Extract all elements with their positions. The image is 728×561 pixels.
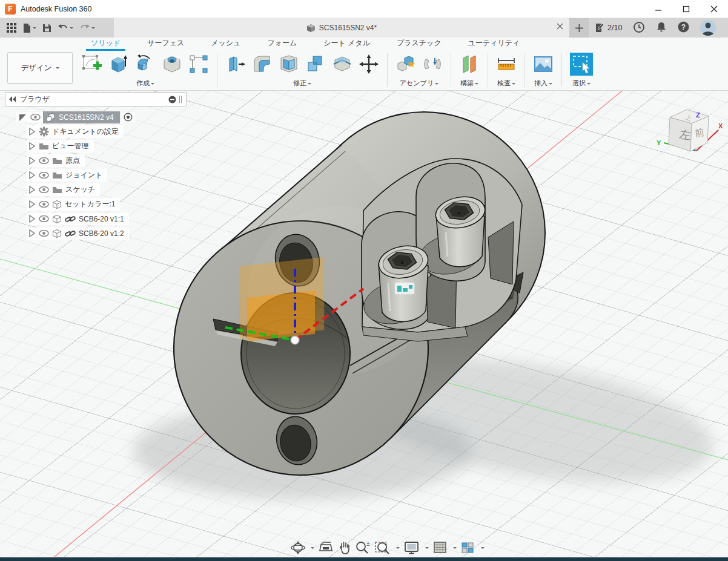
- group-label-construct[interactable]: 構築: [460, 79, 478, 88]
- app-grid-icon[interactable]: [5, 21, 18, 34]
- collapsed-arrow-icon[interactable]: [28, 229, 36, 238]
- history-icon[interactable]: [633, 21, 645, 35]
- split-body-button[interactable]: [330, 52, 354, 76]
- shell-button[interactable]: [277, 52, 301, 76]
- job-status-badge[interactable]: 2/10: [595, 23, 622, 33]
- tab-solid[interactable]: ソリッド: [78, 37, 134, 51]
- tab-sheetmetal[interactable]: シート メタル: [310, 37, 383, 51]
- group-label-inspect[interactable]: 検査: [497, 79, 515, 88]
- eye-icon[interactable]: [39, 201, 49, 208]
- measure-button[interactable]: [494, 52, 518, 76]
- tree-row-joints[interactable]: ジョイント: [5, 168, 187, 182]
- tree-row-origin[interactable]: 原点: [5, 154, 187, 168]
- file-menu-button[interactable]: [21, 21, 38, 35]
- tab-form[interactable]: フォーム: [254, 37, 310, 51]
- revolve-button[interactable]: [133, 52, 157, 76]
- eye-icon[interactable]: [30, 114, 41, 120]
- eye-icon[interactable]: [39, 186, 49, 193]
- document-close-icon[interactable]: [557, 23, 563, 31]
- document-tab[interactable]: SCS1615SN2 v4*: [306, 24, 377, 33]
- link-icon: [65, 229, 76, 238]
- activate-radio-icon[interactable]: [124, 113, 133, 122]
- hole-button[interactable]: [160, 52, 184, 76]
- selected-root-item[interactable]: SCS1615SN2 v4: [43, 111, 120, 123]
- workspace-selector[interactable]: デザイン: [7, 52, 73, 84]
- tree-row-view-management[interactable]: ビュー管理: [5, 139, 187, 153]
- minimize-button[interactable]: [644, 0, 672, 18]
- press-pull-button[interactable]: [223, 52, 248, 76]
- tree-row-document-settings[interactable]: ドキュメントの設定: [5, 125, 187, 139]
- group-label-insert[interactable]: 挿入: [534, 79, 552, 88]
- group-label-modify[interactable]: 修正: [293, 79, 311, 88]
- construct-plane-button[interactable]: [457, 52, 481, 76]
- maximize-button[interactable]: [672, 0, 700, 18]
- eye-icon[interactable]: [39, 172, 49, 179]
- grid-settings-button[interactable]: [433, 540, 448, 555]
- tree-row-scb6-2[interactable]: SCB6-20 v1:2: [5, 226, 187, 240]
- viewcube-axis-x: X: [718, 122, 723, 130]
- collapsed-arrow-icon[interactable]: [28, 127, 36, 136]
- zoom-window-button[interactable]: [375, 540, 391, 555]
- help-icon[interactable]: ?: [678, 21, 689, 34]
- collapsed-arrow-icon[interactable]: [28, 171, 36, 180]
- app-title: Autodesk Fusion 360: [21, 5, 91, 13]
- new-component-button[interactable]: [394, 52, 418, 76]
- collapsed-arrow-icon[interactable]: [28, 185, 36, 194]
- rectangular-pattern-button[interactable]: [187, 52, 211, 76]
- ribbon-tabs: ソリッド サーフェス メッシュ フォーム シート メタル プラスチック ユーティ…: [0, 38, 728, 51]
- tab-utilities[interactable]: ユーティリティ: [455, 37, 534, 51]
- eye-icon[interactable]: [39, 157, 49, 164]
- folder-icon: [52, 157, 62, 165]
- origin-point: [291, 336, 299, 344]
- move-button[interactable]: [357, 52, 381, 76]
- user-avatar[interactable]: [700, 20, 716, 36]
- orbit-button[interactable]: [291, 540, 305, 555]
- extrude-button[interactable]: [107, 52, 131, 76]
- eye-icon[interactable]: [39, 230, 49, 237]
- collapsed-arrow-icon[interactable]: [28, 156, 36, 165]
- tree-row-scb6-1[interactable]: SCB6-20 v1:1: [5, 212, 187, 226]
- browser-header[interactable]: ブラウザ: [5, 92, 187, 107]
- combine-button[interactable]: [303, 52, 328, 76]
- create-sketch-button[interactable]: [80, 52, 104, 76]
- link-icon: [65, 215, 76, 223]
- joint-button[interactable]: [420, 52, 445, 76]
- group-label-select[interactable]: 選択: [572, 79, 591, 88]
- document-title: SCS1615SN2 v4*: [319, 24, 377, 32]
- undo-button[interactable]: [56, 22, 75, 34]
- collapsed-arrow-icon[interactable]: [28, 200, 36, 209]
- select-button[interactable]: [568, 51, 595, 77]
- hide-all-icon[interactable]: [168, 96, 176, 103]
- save-button[interactable]: [41, 22, 53, 34]
- collapse-panel-icon[interactable]: [9, 96, 16, 102]
- viewports-button[interactable]: [461, 540, 475, 555]
- tree-row-sketches[interactable]: スケッチ: [5, 183, 187, 197]
- redo-button[interactable]: [78, 22, 97, 34]
- close-button[interactable]: [700, 0, 728, 18]
- pan-button[interactable]: [337, 540, 351, 555]
- viewport[interactable]: 左 前 上 Z X Y ブラウザ: [0, 91, 728, 557]
- zoom-button[interactable]: ±: [355, 540, 371, 555]
- insert-button[interactable]: [531, 52, 555, 76]
- expanded-arrow-icon[interactable]: [18, 113, 27, 122]
- sketch-plane[interactable]: [240, 257, 324, 341]
- group-label-assembly[interactable]: アセンブリ: [400, 79, 438, 88]
- collapsed-arrow-icon[interactable]: [28, 214, 36, 223]
- group-assembly: アセンブリ: [391, 51, 447, 90]
- tree-row-root[interactable]: SCS1615SN2 v4: [5, 110, 187, 124]
- notifications-bell-icon[interactable]: [656, 21, 667, 34]
- tree-row-set-collar[interactable]: セットカラー:1: [5, 197, 187, 211]
- view-cube[interactable]: 左 前 上 Z X Y: [657, 110, 723, 151]
- panel-grip-icon[interactable]: [179, 95, 182, 103]
- tab-plastic[interactable]: プラスチック: [383, 37, 455, 51]
- tab-mesh[interactable]: メッシュ: [197, 37, 254, 51]
- eye-icon[interactable]: [39, 215, 49, 222]
- look-at-button[interactable]: [319, 541, 333, 554]
- body-icon: [52, 229, 62, 238]
- display-settings-button[interactable]: [404, 540, 420, 555]
- new-tab-button[interactable]: [569, 18, 589, 38]
- tab-surface[interactable]: サーフェス: [134, 37, 197, 51]
- collapsed-arrow-icon[interactable]: [28, 142, 36, 151]
- fillet-button[interactable]: [250, 52, 274, 76]
- group-label-create[interactable]: 作成: [136, 79, 154, 88]
